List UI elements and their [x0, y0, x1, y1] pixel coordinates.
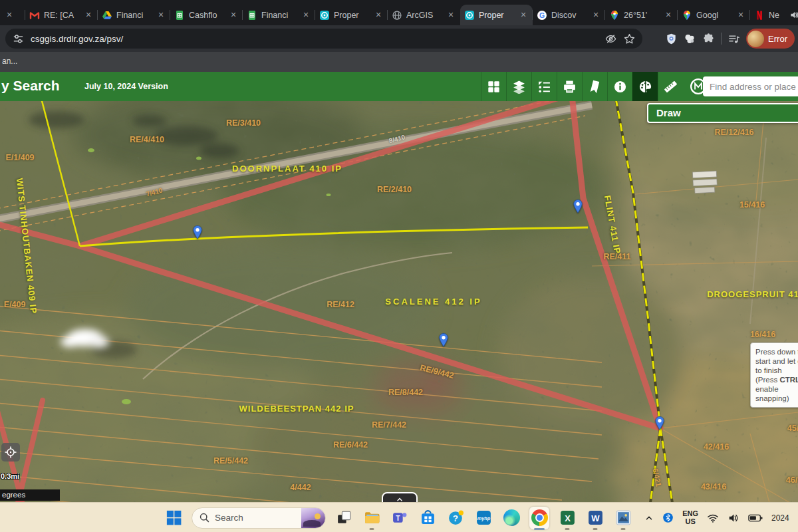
tab-close-icon[interactable]: ×: [446, 10, 456, 21]
eye-off-icon[interactable]: [604, 33, 617, 45]
wifi-icon[interactable]: [707, 512, 719, 524]
word-button[interactable]: W: [585, 507, 605, 529]
teams-icon: T: [392, 509, 408, 526]
find-address-input[interactable]: [703, 76, 798, 96]
tray-expand-icon[interactable]: [644, 513, 654, 523]
page-title: y Search: [1, 78, 60, 94]
hp-support-button[interactable]: ?: [446, 507, 466, 529]
version-label: July 10, 2024 Version: [84, 82, 168, 91]
file-explorer-button[interactable]: [362, 507, 382, 529]
psv-icon: [464, 10, 475, 21]
language-indicator[interactable]: ENGUS: [682, 510, 698, 525]
start-button[interactable]: [164, 507, 184, 529]
tooltip-line: enable: [755, 384, 798, 394]
tooltip-line: Press down to: [755, 347, 798, 356]
tab-close-icon[interactable]: ×: [518, 10, 529, 21]
tab-label: 26°51': [624, 11, 659, 20]
tab-googl[interactable]: Googl×: [678, 5, 750, 25]
my-hp-button[interactable]: myhp: [473, 507, 493, 529]
drive-icon: [102, 10, 112, 21]
map-canvas[interactable]: [0, 101, 798, 502]
shield-extension-icon[interactable]: [665, 33, 678, 45]
collapse-panel-button[interactable]: [382, 492, 418, 502]
tab-close-icon[interactable]: ×: [591, 10, 601, 21]
microsoft-store-button[interactable]: [418, 507, 438, 529]
draw-panel-header[interactable]: Draw: [647, 103, 798, 123]
tab-financi[interactable]: Financi×: [98, 5, 170, 25]
tab-label: Discov: [551, 11, 587, 20]
map-marker-1[interactable]: [192, 225, 203, 239]
clock[interactable]: 2024: [771, 513, 797, 523]
draw-button[interactable]: [632, 72, 658, 101]
media-playlist-icon[interactable]: [728, 33, 740, 45]
app-header: y Search July 10, 2024 Version: [0, 72, 798, 101]
tab-close-icon[interactable]: ×: [228, 10, 239, 21]
locate-button[interactable]: [1, 443, 20, 462]
avatar: [747, 31, 764, 47]
bookmark-star-icon[interactable]: [623, 33, 636, 45]
volume-icon[interactable]: [728, 512, 739, 524]
tab-proper[interactable]: Proper×: [460, 5, 533, 25]
hp-support-icon: ?: [448, 509, 464, 526]
print-button[interactable]: [557, 72, 582, 101]
microsoft-store-icon: [420, 509, 436, 526]
map-marker-2[interactable]: [573, 199, 583, 213]
url-text[interactable]: csggis.drdlr.gov.za/psv/: [31, 34, 123, 44]
tab-label: Financi: [261, 11, 297, 20]
windows-taskbar: SearchT?myhpXW ENGUS2024: [0, 502, 798, 532]
legend-button[interactable]: [531, 72, 557, 101]
extension-icon[interactable]: [684, 33, 696, 45]
tab-close-icon[interactable]: ×: [735, 10, 746, 21]
tab-close-icon[interactable]: ×: [301, 10, 311, 21]
tab-close-icon[interactable]: ×: [373, 10, 384, 21]
site-settings-icon[interactable]: [12, 33, 25, 45]
globe-icon: [392, 10, 402, 21]
map-marker-4[interactable]: [654, 416, 665, 430]
tab-stub[interactable]: ×: [0, 5, 25, 25]
bluetooth-icon[interactable]: [662, 512, 674, 523]
tab-financi[interactable]: Financi×: [243, 5, 315, 25]
basemap-gallery-button[interactable]: [481, 72, 506, 101]
battery-icon[interactable]: [748, 513, 763, 523]
profile-error-button[interactable]: Error: [746, 29, 795, 49]
photos-button[interactable]: [613, 507, 633, 529]
svg-text:T: T: [396, 515, 400, 522]
extensions-puzzle-icon[interactable]: [702, 33, 715, 45]
layers-button[interactable]: [506, 72, 531, 101]
tab-close-icon[interactable]: ×: [156, 10, 166, 21]
tab-close-icon[interactable]: ×: [663, 10, 674, 21]
tab-audio-icon[interactable]: [789, 10, 798, 20]
address-bar[interactable]: csggis.drdlr.gov.za/psv/: [5, 29, 642, 49]
taskbar-icons: SearchT?myhpXW: [164, 503, 633, 532]
teams-button[interactable]: T: [390, 507, 410, 529]
tab-proper[interactable]: Proper×: [315, 5, 388, 25]
tab-cashflo[interactable]: Cashflo×: [170, 5, 243, 25]
excel-button[interactable]: X: [557, 507, 577, 529]
strip-text: an...: [2, 57, 17, 66]
bookmarks-button[interactable]: [582, 72, 607, 101]
edge-button[interactable]: [501, 507, 521, 529]
tab-close-icon[interactable]: ×: [4, 10, 15, 21]
tab-label: Googl: [696, 11, 732, 20]
tab-arcgis[interactable]: ArcGIS×: [388, 5, 460, 25]
tab-label: RE: [CA: [44, 11, 79, 20]
map-viewport[interactable]: E/1/409RE/4/410RE/3/4108/4107/410DOORNPL…: [0, 101, 798, 502]
tab-label: Cashflo: [189, 11, 224, 20]
task-view-button[interactable]: [334, 507, 354, 529]
chrome-button[interactable]: [529, 507, 549, 529]
my-hp-icon: myhp: [475, 509, 492, 526]
tab-close-icon[interactable]: ×: [83, 10, 94, 21]
search-icon: [199, 512, 210, 523]
tab-ne[interactable]: Ne×: [750, 5, 798, 25]
tab-26-51[interactable]: 26°51'×: [605, 5, 678, 25]
google-icon: G: [537, 10, 547, 21]
sheets-icon: [174, 10, 185, 21]
map-marker-3[interactable]: [438, 332, 449, 347]
measure-button[interactable]: [658, 72, 683, 101]
info-button[interactable]: [607, 72, 632, 101]
tab-discov[interactable]: GDiscov×: [533, 5, 605, 25]
tab-label: Ne: [769, 11, 785, 20]
taskbar-search[interactable]: Search: [192, 507, 326, 529]
tab-re-ca[interactable]: RE: [CA×: [25, 5, 98, 25]
divider: [721, 33, 722, 45]
